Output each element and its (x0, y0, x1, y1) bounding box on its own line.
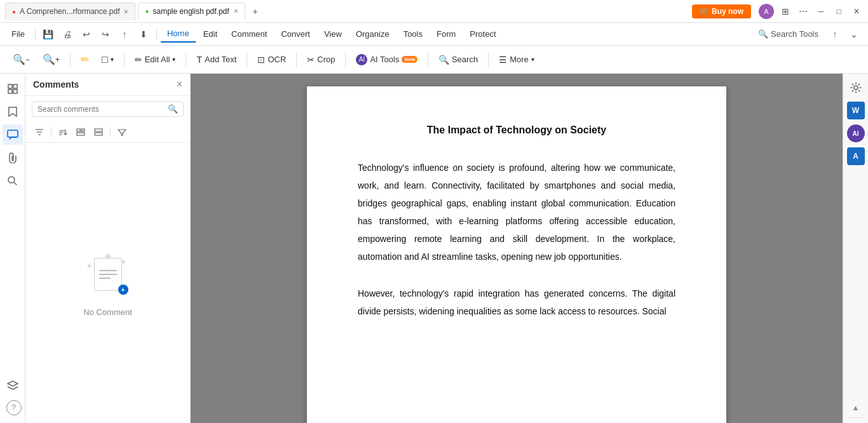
maximize-button[interactable]: □ (832, 5, 845, 18)
panel-header: Comments × (25, 74, 190, 96)
more-dropdown-icon: ▾ (531, 56, 534, 63)
pdf-title: The Impact of Technology on Society (358, 124, 675, 136)
svg-rect-2 (8, 90, 12, 93)
zoom-out-button[interactable]: 🔍 − (8, 50, 35, 69)
grid-icon[interactable]: ⊞ (779, 5, 792, 18)
edit-all-label: Edit All (145, 55, 170, 64)
shape-button[interactable]: □ ▾ (97, 51, 119, 69)
filter-icon[interactable] (114, 124, 130, 140)
help-button[interactable]: ? (6, 400, 22, 415)
menu-protect[interactable]: Protect (463, 26, 502, 42)
sidebar-attachments-icon[interactable] (3, 147, 23, 168)
toolbar-sep-2 (124, 52, 125, 67)
search-tools-label: Search Tools (771, 29, 818, 39)
pdf-paragraph-1: Technology's influence on society is pro… (358, 159, 675, 265)
edit-all-button[interactable]: ✏ Edit All ▾ (130, 51, 181, 68)
scroll-up-button[interactable]: ▲ (852, 403, 860, 412)
share-icon[interactable]: ↑ (116, 25, 133, 43)
download-icon[interactable]: ⬇ (135, 25, 153, 43)
zoom-in-icon: 🔍 (43, 53, 55, 65)
panel-toolbar (25, 122, 190, 143)
search-button[interactable]: 🔍 Search (433, 51, 483, 68)
collapse-panel-icon[interactable] (91, 124, 106, 140)
scroll-indicator (850, 417, 862, 418)
panel-close-button[interactable]: × (177, 79, 182, 90)
no-comment-area: + No Comment (25, 143, 190, 423)
toolbar: 🔍 − 🔍 + ✏ □ ▾ ✏ Edit All ▾ T Add Text ⊡ … (0, 46, 868, 74)
tab-2-label: sample english pdf.pdf (153, 7, 229, 16)
right-sidebar: W AI A ▲ (843, 74, 868, 423)
sidebar-bookmark-icon[interactable] (3, 102, 23, 122)
tab-2[interactable]: ● sample english pdf.pdf ✕ (138, 3, 245, 20)
menu-convert[interactable]: Convert (275, 26, 316, 42)
save-icon[interactable]: 💾 (39, 25, 57, 43)
upload-icon[interactable]: ↑ (826, 25, 844, 43)
ocr-label: OCR (268, 55, 286, 64)
ai-icon: AI (356, 54, 367, 65)
crop-button[interactable]: ✂ Crop (302, 51, 340, 68)
pdf-viewer[interactable]: The Impact of Technology on Society Tech… (191, 74, 843, 423)
highlight-button[interactable]: ✏ (76, 50, 94, 69)
ai-assistant-icon[interactable]: AI (847, 124, 865, 142)
ai-tools-button[interactable]: AI AI Tools New (351, 51, 422, 69)
user-avatar[interactable]: A (759, 4, 774, 19)
no-comment-illustration: + (83, 249, 133, 300)
menu-organize[interactable]: Organize (349, 26, 396, 42)
sidebar-layers-icon[interactable] (3, 375, 23, 395)
close-button[interactable]: ✕ (850, 5, 863, 18)
comment-search-input[interactable] (37, 105, 165, 114)
zoom-out-icon: 🔍 (13, 53, 25, 65)
panel-sep-1 (51, 127, 51, 137)
expand-icon[interactable] (73, 124, 88, 140)
left-sidebar: ? (0, 74, 25, 423)
edit-icon: ✏ (135, 55, 142, 65)
doc-icon (94, 258, 122, 291)
ocr-button[interactable]: ⊡ OCR (252, 51, 291, 68)
tab-1[interactable]: ● A Comprehen...rformance.pdf ✕ (5, 3, 135, 20)
menu-form[interactable]: Form (430, 26, 462, 42)
comment-search-bar: 🔍 (32, 101, 184, 117)
print-icon[interactable]: 🖨 (58, 25, 76, 43)
add-text-button[interactable]: T Add Text (191, 51, 241, 68)
buy-now-button[interactable]: 🛒 Buy now (692, 4, 751, 18)
sort-icon[interactable] (32, 124, 47, 140)
collapse-icon[interactable]: ⌄ (845, 25, 863, 43)
zoom-in-button[interactable]: 🔍 + (37, 50, 65, 69)
overflow-icon[interactable]: ⋯ (797, 5, 810, 18)
tab-2-close[interactable]: ✕ (233, 8, 238, 15)
svg-rect-4 (8, 130, 18, 137)
more-button[interactable]: ☰ More ▾ (494, 51, 539, 68)
sidebar-pages-icon[interactable] (3, 79, 23, 99)
menu-tools[interactable]: Tools (397, 26, 429, 42)
shape-icon: □ (102, 54, 108, 65)
translate-icon[interactable]: A (847, 147, 865, 165)
word-icon[interactable]: W (847, 102, 865, 119)
minimize-button[interactable]: ─ (815, 5, 827, 18)
title-bar-icons: A ⊞ ⋯ ─ □ ✕ (759, 4, 863, 19)
menu-edit[interactable]: Edit (197, 26, 224, 42)
menu-separator-2 (156, 28, 157, 41)
menu-home[interactable]: Home (161, 25, 196, 43)
menu-view[interactable]: View (318, 26, 348, 42)
add-tab-button[interactable]: + (248, 4, 263, 19)
sidebar-comments-icon[interactable] (3, 124, 23, 145)
ai-tools-label: AI Tools (370, 55, 399, 64)
tab-1-close[interactable]: ✕ (123, 8, 128, 15)
menu-comment[interactable]: Comment (225, 26, 273, 42)
svg-rect-1 (13, 84, 17, 88)
sidebar-search-icon[interactable] (3, 170, 23, 191)
main-layout: ? Comments × 🔍 (0, 74, 868, 423)
file-menu[interactable]: File (5, 27, 31, 41)
menu-separator-1 (35, 28, 36, 41)
search-tools-icon: 🔍 (758, 29, 768, 39)
undo-icon[interactable]: ↩ (78, 25, 95, 43)
right-settings-icon[interactable] (847, 79, 865, 97)
new-badge: New (402, 56, 417, 63)
sort-asc-icon[interactable] (55, 124, 71, 140)
no-comment-label: No Comment (83, 307, 132, 317)
comments-panel: Comments × 🔍 (25, 74, 191, 423)
search-tools-button[interactable]: 🔍 Search Tools (752, 27, 825, 41)
toolbar-sep-3 (186, 52, 186, 67)
redo-icon[interactable]: ↪ (97, 25, 114, 43)
comment-search-icon[interactable]: 🔍 (168, 104, 178, 114)
